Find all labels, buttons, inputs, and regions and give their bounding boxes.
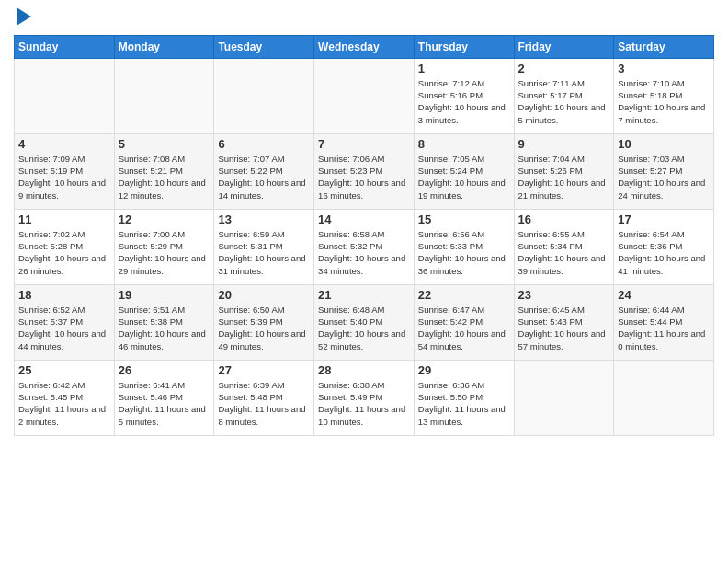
calendar-cell: 5Sunrise: 7:08 AM Sunset: 5:21 PM Daylig…: [114, 133, 214, 209]
day-number: 15: [418, 213, 510, 226]
calendar-cell: 1Sunrise: 7:12 AM Sunset: 5:16 PM Daylig…: [414, 58, 514, 133]
day-info: Sunrise: 7:08 AM Sunset: 5:21 PM Dayligh…: [119, 153, 210, 201]
day-info: Sunrise: 7:04 AM Sunset: 5:26 PM Dayligh…: [518, 153, 610, 201]
day-info: Sunrise: 7:03 AM Sunset: 5:27 PM Dayligh…: [618, 153, 710, 201]
calendar-cell: 15Sunrise: 6:56 AM Sunset: 5:33 PM Dayli…: [414, 209, 514, 284]
day-number: 29: [418, 363, 510, 377]
calendar-cell: 18Sunrise: 6:52 AM Sunset: 5:37 PM Dayli…: [15, 284, 115, 360]
calendar-cell: 6Sunrise: 7:07 AM Sunset: 5:22 PM Daylig…: [214, 133, 314, 209]
calendar-cell: 12Sunrise: 7:00 AM Sunset: 5:29 PM Dayli…: [114, 209, 214, 284]
calendar-cell: 14Sunrise: 6:58 AM Sunset: 5:32 PM Dayli…: [314, 209, 415, 284]
day-info: Sunrise: 6:45 AM Sunset: 5:43 PM Dayligh…: [518, 304, 610, 352]
day-info: Sunrise: 6:54 AM Sunset: 5:36 PM Dayligh…: [618, 228, 710, 277]
day-number: 16: [518, 213, 610, 226]
day-number: 23: [518, 288, 610, 302]
day-info: Sunrise: 6:51 AM Sunset: 5:38 PM Dayligh…: [119, 304, 210, 352]
day-info: Sunrise: 7:06 AM Sunset: 5:23 PM Dayligh…: [318, 153, 410, 201]
day-info: Sunrise: 6:44 AM Sunset: 5:44 PM Dayligh…: [618, 304, 710, 352]
day-number: 10: [618, 137, 710, 151]
calendar-cell: 4Sunrise: 7:09 AM Sunset: 5:19 PM Daylig…: [15, 133, 115, 209]
calendar-cell: [114, 58, 214, 133]
day-number: 11: [18, 213, 110, 226]
day-info: Sunrise: 6:48 AM Sunset: 5:40 PM Dayligh…: [318, 304, 410, 352]
day-number: 28: [318, 363, 410, 377]
day-info: Sunrise: 7:02 AM Sunset: 5:28 PM Dayligh…: [18, 228, 110, 277]
calendar-cell: 10Sunrise: 7:03 AM Sunset: 5:27 PM Dayli…: [614, 133, 714, 209]
day-number: 18: [18, 288, 110, 302]
weekday-header: Tuesday: [214, 35, 314, 58]
day-info: Sunrise: 7:07 AM Sunset: 5:22 PM Dayligh…: [218, 153, 310, 201]
day-info: Sunrise: 6:58 AM Sunset: 5:32 PM Dayligh…: [318, 228, 410, 277]
day-number: 19: [119, 288, 210, 302]
header-area: [14, 9, 714, 28]
day-number: 24: [618, 288, 710, 302]
day-number: 6: [218, 137, 310, 151]
day-info: Sunrise: 6:42 AM Sunset: 5:45 PM Dayligh…: [18, 379, 110, 428]
calendar-cell: 28Sunrise: 6:38 AM Sunset: 5:49 PM Dayli…: [314, 360, 415, 435]
calendar-cell: 11Sunrise: 7:02 AM Sunset: 5:28 PM Dayli…: [15, 209, 115, 284]
weekday-header-row: SundayMondayTuesdayWednesdayThursdayFrid…: [15, 35, 714, 58]
calendar-cell: 7Sunrise: 7:06 AM Sunset: 5:23 PM Daylig…: [314, 133, 415, 209]
day-info: Sunrise: 6:55 AM Sunset: 5:34 PM Dayligh…: [518, 228, 610, 277]
day-number: 4: [18, 137, 110, 151]
calendar-cell: 29Sunrise: 6:36 AM Sunset: 5:50 PM Dayli…: [414, 360, 514, 435]
day-info: Sunrise: 6:50 AM Sunset: 5:39 PM Dayligh…: [218, 304, 310, 352]
day-number: 9: [518, 137, 610, 151]
day-info: Sunrise: 6:59 AM Sunset: 5:31 PM Dayligh…: [218, 228, 310, 277]
calendar-cell: 16Sunrise: 6:55 AM Sunset: 5:34 PM Dayli…: [514, 209, 614, 284]
calendar-cell: 21Sunrise: 6:48 AM Sunset: 5:40 PM Dayli…: [314, 284, 415, 360]
day-number: 3: [618, 62, 710, 75]
day-info: Sunrise: 7:12 AM Sunset: 5:16 PM Dayligh…: [418, 77, 510, 126]
day-number: 21: [318, 288, 410, 302]
weekday-header: Saturday: [614, 35, 714, 58]
day-number: 20: [218, 288, 310, 302]
day-info: Sunrise: 7:10 AM Sunset: 5:18 PM Dayligh…: [618, 77, 710, 126]
day-number: 12: [119, 213, 210, 226]
day-info: Sunrise: 6:36 AM Sunset: 5:50 PM Dayligh…: [418, 379, 510, 428]
calendar-week-row: 18Sunrise: 6:52 AM Sunset: 5:37 PM Dayli…: [15, 284, 714, 360]
calendar-table: SundayMondayTuesdayWednesdayThursdayFrid…: [14, 35, 714, 436]
day-info: Sunrise: 6:39 AM Sunset: 5:48 PM Dayligh…: [218, 379, 310, 428]
day-number: 7: [318, 137, 410, 151]
calendar-cell: 25Sunrise: 6:42 AM Sunset: 5:45 PM Dayli…: [15, 360, 115, 435]
day-info: Sunrise: 6:52 AM Sunset: 5:37 PM Dayligh…: [18, 304, 110, 352]
day-info: Sunrise: 6:41 AM Sunset: 5:46 PM Dayligh…: [119, 379, 210, 428]
calendar-cell: 9Sunrise: 7:04 AM Sunset: 5:26 PM Daylig…: [514, 133, 614, 209]
calendar-cell: [614, 360, 714, 435]
calendar-cell: [314, 58, 415, 133]
day-number: 5: [119, 137, 210, 151]
weekday-header: Thursday: [414, 35, 514, 58]
calendar-cell: [514, 360, 614, 435]
day-number: 2: [518, 62, 610, 75]
calendar-cell: 8Sunrise: 7:05 AM Sunset: 5:24 PM Daylig…: [414, 133, 514, 209]
calendar-cell: 26Sunrise: 6:41 AM Sunset: 5:46 PM Dayli…: [114, 360, 214, 435]
calendar-week-row: 4Sunrise: 7:09 AM Sunset: 5:19 PM Daylig…: [15, 133, 714, 209]
calendar-cell: [214, 58, 314, 133]
calendar-cell: 13Sunrise: 6:59 AM Sunset: 5:31 PM Dayli…: [214, 209, 314, 284]
day-number: 27: [218, 363, 310, 377]
calendar-cell: 2Sunrise: 7:11 AM Sunset: 5:17 PM Daylig…: [514, 58, 614, 133]
calendar-week-row: 11Sunrise: 7:02 AM Sunset: 5:28 PM Dayli…: [15, 209, 714, 284]
calendar-cell: 27Sunrise: 6:39 AM Sunset: 5:48 PM Dayli…: [214, 360, 314, 435]
day-info: Sunrise: 7:05 AM Sunset: 5:24 PM Dayligh…: [418, 153, 510, 201]
weekday-header: Sunday: [15, 35, 115, 58]
calendar-cell: 20Sunrise: 6:50 AM Sunset: 5:39 PM Dayli…: [214, 284, 314, 360]
calendar-week-row: 1Sunrise: 7:12 AM Sunset: 5:16 PM Daylig…: [15, 58, 714, 133]
weekday-header: Monday: [114, 35, 214, 58]
weekday-header: Wednesday: [314, 35, 415, 58]
calendar-week-row: 25Sunrise: 6:42 AM Sunset: 5:45 PM Dayli…: [15, 360, 714, 435]
day-info: Sunrise: 6:56 AM Sunset: 5:33 PM Dayligh…: [418, 228, 510, 277]
weekday-header: Friday: [514, 35, 614, 58]
calendar-cell: 22Sunrise: 6:47 AM Sunset: 5:42 PM Dayli…: [414, 284, 514, 360]
day-number: 25: [18, 363, 110, 377]
day-number: 1: [418, 62, 510, 75]
day-number: 8: [418, 137, 510, 151]
logo: [14, 9, 31, 28]
day-number: 13: [218, 213, 310, 226]
page-container: SundayMondayTuesdayWednesdayThursdayFrid…: [0, 0, 728, 441]
day-number: 26: [119, 363, 210, 377]
calendar-cell: [15, 58, 115, 133]
logo-arrow-icon: [17, 7, 31, 26]
day-number: 17: [618, 213, 710, 226]
day-info: Sunrise: 7:09 AM Sunset: 5:19 PM Dayligh…: [18, 153, 110, 201]
